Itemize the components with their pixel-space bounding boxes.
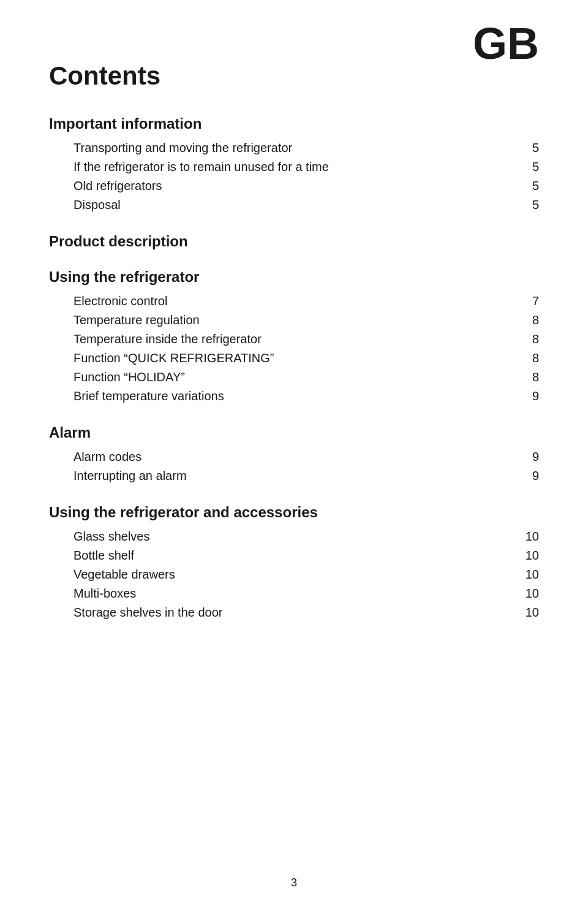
page-container: GB Contents Important information Transp… — [0, 0, 588, 920]
toc-item-text: Multi-boxes — [74, 587, 521, 601]
toc-item: Electronic control 7 — [49, 292, 539, 311]
toc-item: Old refrigerators 5 — [49, 177, 539, 196]
toc-item-page: 5 — [521, 179, 539, 193]
toc-item: Temperature regulation 8 — [49, 311, 539, 330]
section-using-refrigerator: Using the refrigerator Electronic contro… — [49, 268, 539, 406]
toc-item-page: 5 — [521, 141, 539, 155]
section-accessories: Using the refrigerator and accessories G… — [49, 504, 539, 622]
toc-item-page: 5 — [521, 160, 539, 174]
toc-item-page: 10 — [521, 587, 539, 601]
toc-item-page: 8 — [521, 351, 539, 365]
section-alarm: Alarm Alarm codes 9 Interrupting an alar… — [49, 424, 539, 485]
toc-item-page: 10 — [521, 568, 539, 582]
toc-item: Temperature inside the refrigerator 8 — [49, 330, 539, 349]
section-heading-alarm: Alarm — [49, 424, 539, 441]
section-heading-using: Using the refrigerator — [49, 268, 539, 286]
toc-item-text: Bottle shelf — [74, 549, 521, 563]
section-heading-product: Product description — [49, 233, 539, 250]
page-title: Contents — [49, 61, 539, 91]
gb-label: GB — [473, 18, 539, 69]
toc-item-text: Brief temperature variations — [74, 389, 521, 403]
toc-item: Transporting and moving the refrigerator… — [49, 139, 539, 158]
toc-item: Brief temperature variations 9 — [49, 387, 539, 406]
toc-item-page: 5 — [521, 198, 539, 212]
toc-item: Interrupting an alarm 9 — [49, 466, 539, 485]
toc-item: Storage shelves in the door 10 — [49, 603, 539, 622]
toc-item: If the refrigerator is to remain unused … — [49, 158, 539, 177]
toc-item-page: 9 — [521, 389, 539, 403]
toc-item-page: 7 — [521, 294, 539, 308]
toc-item-text: Function “HOLIDAY” — [74, 370, 521, 384]
page-number: 3 — [291, 876, 297, 889]
toc-item-text: Storage shelves in the door — [74, 606, 521, 620]
toc-item-text: Alarm codes — [74, 450, 521, 464]
section-heading-important: Important information — [49, 115, 539, 132]
toc-item-text: Disposal — [74, 198, 521, 212]
section-heading-accessories: Using the refrigerator and accessories — [49, 504, 539, 521]
toc-item-text: Glass shelves — [74, 530, 521, 544]
toc-item-page: 9 — [521, 450, 539, 464]
toc-item: Vegetable drawers 10 — [49, 565, 539, 584]
section-product-description: Product description — [49, 233, 539, 250]
toc-item-text: Temperature inside the refrigerator — [74, 332, 521, 346]
toc-item: Alarm codes 9 — [49, 447, 539, 466]
toc-item: Function “QUICK REFRIGERATING” 8 — [49, 349, 539, 368]
toc-item-text: Electronic control — [74, 294, 521, 308]
toc-item-text: Transporting and moving the refrigerator — [74, 141, 521, 155]
toc-item-page: 8 — [521, 332, 539, 346]
section-important-information: Important information Transporting and m… — [49, 115, 539, 215]
toc-item-page: 8 — [521, 370, 539, 384]
toc-item: Multi-boxes 10 — [49, 584, 539, 603]
toc-item-text: If the refrigerator is to remain unused … — [74, 160, 521, 174]
toc-item-text: Interrupting an alarm — [74, 469, 521, 483]
toc-item-page: 10 — [521, 606, 539, 620]
toc-item-text: Old refrigerators — [74, 179, 521, 193]
toc-item-page: 9 — [521, 469, 539, 483]
toc-item-text: Vegetable drawers — [74, 568, 521, 582]
toc-item: Bottle shelf 10 — [49, 546, 539, 565]
toc-item-text: Temperature regulation — [74, 313, 521, 327]
toc-item-text: Function “QUICK REFRIGERATING” — [74, 351, 521, 365]
toc-item: Disposal 5 — [49, 196, 539, 215]
toc-item-page: 8 — [521, 313, 539, 327]
toc-item: Function “HOLIDAY” 8 — [49, 368, 539, 387]
toc-item-page: 10 — [521, 549, 539, 563]
toc-item-page: 10 — [521, 530, 539, 544]
toc-item: Glass shelves 10 — [49, 527, 539, 546]
